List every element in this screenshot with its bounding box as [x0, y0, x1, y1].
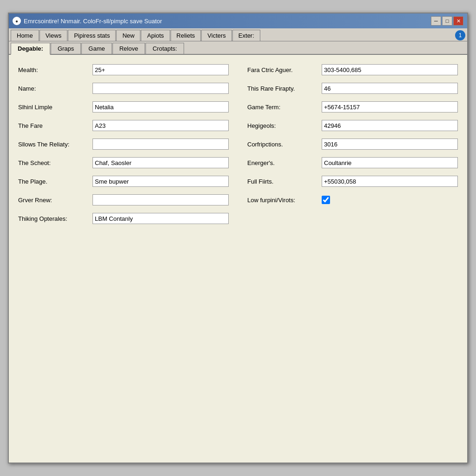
form-row-the-plage: The Plage.: [18, 175, 229, 188]
window-title: Emrcsointire! Nnmair. ColoFr-sll/pimplc …: [24, 18, 162, 25]
input-sllows[interactable]: [93, 139, 229, 150]
sub-tab-game[interactable]: Game: [81, 43, 112, 54]
input-slhinl-limple[interactable]: [93, 101, 229, 112]
content-area: Mealth: Name: Slhinl Limple The Fare Sll: [9, 55, 467, 463]
input-game-term[interactable]: [322, 101, 458, 112]
sub-tab-graps[interactable]: Graps: [51, 43, 81, 54]
form-row-the-scheot: The Scheot:: [18, 156, 229, 169]
label-sllows: Sllows The Reliaty:: [18, 141, 93, 148]
tab-views[interactable]: Views: [40, 30, 67, 41]
input-thiking[interactable]: [93, 213, 229, 224]
form-row-corfripctions: Corfripctions.: [247, 138, 458, 151]
input-hegigeols[interactable]: [322, 120, 458, 131]
menu-bar: Home Views Pipiress stats New Apiots Rel…: [9, 28, 467, 41]
input-energers[interactable]: [322, 157, 458, 168]
input-the-fare[interactable]: [93, 120, 229, 131]
input-corfripctions[interactable]: [322, 139, 458, 150]
tab-home[interactable]: Home: [11, 30, 39, 41]
label-this-rare: This Rare Firapty.: [247, 85, 322, 92]
label-the-plage: The Plage.: [18, 178, 93, 185]
input-fara-ctric[interactable]: [322, 64, 458, 75]
label-mealth: Mealth:: [18, 66, 93, 73]
sub-tab-relove[interactable]: Relove: [112, 43, 145, 54]
title-bar-left: ● Emrcsointire! Nnmair. ColoFr-sll/pimpl…: [13, 17, 162, 25]
input-the-plage[interactable]: [93, 176, 229, 187]
form-row-fara-ctric: Fara Ctric Aguer.: [247, 63, 458, 76]
form-row-mealth: Mealth:: [18, 63, 229, 76]
title-bar: ● Emrcsointire! Nnmair. ColoFr-sll/pimpl…: [9, 13, 467, 28]
tab-apiots[interactable]: Apiots: [141, 30, 170, 41]
label-slhinl-limple: Slhinl Limple: [18, 104, 93, 111]
sub-tab-bar: Degable: Graps Game Relove Crotapts:: [9, 41, 467, 55]
form-row-thiking: Thiking Opterales:: [18, 212, 229, 225]
form-row-name: Name:: [18, 82, 229, 95]
minimize-button[interactable]: ─: [431, 16, 441, 26]
input-the-scheot[interactable]: [93, 157, 229, 168]
label-corfripctions: Corfripctions.: [247, 141, 322, 148]
app-icon: ●: [13, 17, 21, 25]
right-form-section: Fara Ctric Aguer. This Rare Firapty. Gam…: [247, 63, 458, 229]
label-low-furpini: Low furpini/Virots:: [247, 197, 322, 204]
label-name: Name:: [18, 85, 93, 92]
form-grid: Mealth: Name: Slhinl Limple The Fare Sll: [18, 63, 458, 229]
input-this-rare[interactable]: [322, 83, 458, 94]
label-the-fare: The Fare: [18, 122, 93, 129]
tab-new[interactable]: New: [116, 30, 140, 41]
tab-exter[interactable]: Exter:: [232, 30, 260, 41]
form-row-energers: Energer's.: [247, 156, 458, 169]
label-hegigeols: Hegigeols:: [247, 122, 322, 129]
form-row-grver-rnew: Grver Rnew:: [18, 193, 229, 206]
input-name[interactable]: [93, 83, 229, 94]
form-row-hegigeols: Hegigeols:: [247, 119, 458, 132]
form-row-sllows: Sllows The Reliaty:: [18, 138, 229, 151]
label-game-term: Game Term:: [247, 104, 322, 111]
label-full-fiirts: Full Fiirts.: [247, 178, 322, 185]
label-grver-rnew: Grver Rnew:: [18, 197, 93, 204]
form-row-the-fare: The Fare: [18, 119, 229, 132]
form-row-game-term: Game Term:: [247, 100, 458, 113]
close-button[interactable]: ✕: [453, 16, 463, 26]
main-window: ● Emrcsointire! Nnmair. ColoFr-sll/pimpl…: [8, 13, 468, 463]
form-row-slhinl-limple: Slhinl Limple: [18, 100, 229, 113]
label-energers: Energer's.: [247, 159, 322, 166]
form-row-this-rare: This Rare Firapty.: [247, 82, 458, 95]
input-full-fiirts[interactable]: [322, 176, 458, 187]
maximize-button[interactable]: □: [442, 16, 452, 26]
label-fara-ctric: Fara Ctric Aguer.: [247, 66, 322, 73]
input-mealth[interactable]: [93, 64, 229, 75]
tab-pipiress-stats[interactable]: Pipiress stats: [68, 30, 116, 41]
tab-victers[interactable]: Victers: [201, 30, 232, 41]
notification-badge: 1: [455, 30, 465, 40]
checkbox-low-furpini[interactable]: [322, 196, 330, 204]
form-row-low-furpini: Low furpini/Virots:: [247, 193, 458, 206]
window-controls: ─ □ ✕: [431, 16, 463, 26]
label-thiking: Thiking Opterales:: [18, 215, 93, 222]
left-form-section: Mealth: Name: Slhinl Limple The Fare Sll: [18, 63, 229, 229]
form-row-full-fiirts: Full Fiirts.: [247, 175, 458, 188]
input-grver-rnew[interactable]: [93, 194, 229, 205]
sub-tab-crotapts[interactable]: Crotapts:: [145, 43, 184, 54]
label-the-scheot: The Scheot:: [18, 159, 93, 166]
tab-reliets[interactable]: Reliets: [171, 30, 201, 41]
sub-tab-degable[interactable]: Degable:: [11, 43, 50, 55]
checkbox-container-low-furpini: [322, 196, 330, 204]
